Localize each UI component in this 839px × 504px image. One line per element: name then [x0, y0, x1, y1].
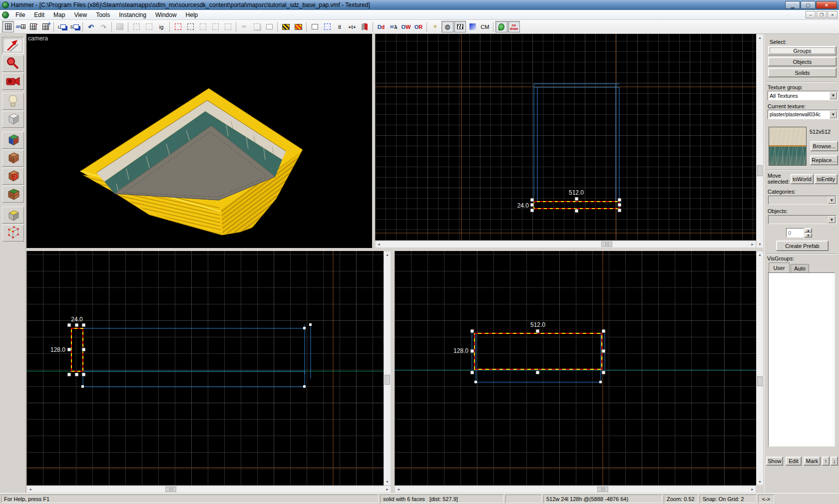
viewport-3d-camera[interactable]: camera [26, 34, 372, 248]
ignore-groups-icon[interactable]: ig [155, 21, 167, 32]
mdi-restore-button[interactable]: ❐ [817, 11, 827, 18]
vertex-tool-button[interactable] [2, 225, 24, 242]
undo-icon[interactable]: ↶ [85, 21, 97, 32]
visgroup-mark-button[interactable]: Mark [804, 457, 821, 466]
texture-group-dropdown[interactable]: All Textures▼ [768, 91, 838, 100]
toggle-ray-helpers-icon[interactable]: OR [413, 21, 424, 32]
selection-tool-button[interactable] [2, 37, 24, 54]
clipping-tool-button[interactable] [2, 207, 24, 224]
select-box-icon[interactable] [321, 21, 333, 32]
menu-edit[interactable]: Edit [29, 10, 49, 19]
side-view-hscrollbar[interactable]: ◂▸ [395, 486, 756, 493]
toggle-world-helpers-icon[interactable]: OW [400, 21, 412, 32]
load-window-state-icon[interactable]: L [56, 21, 68, 32]
create-prefab-button[interactable]: Create Prefab [776, 241, 829, 251]
menu-instancing[interactable]: Instancing [114, 10, 151, 19]
select-mode-1-icon[interactable] [197, 21, 209, 32]
browse-button[interactable]: Browse... [811, 141, 838, 151]
minimize-button[interactable]: ▁ [785, 1, 800, 9]
maximize-button[interactable]: ▢ [801, 1, 816, 9]
menu-window[interactable]: Window [151, 10, 181, 19]
selected-brush-top[interactable] [534, 202, 619, 209]
menu-file[interactable]: File [11, 10, 29, 19]
visgroup-move-up-button[interactable]: ↑ [822, 457, 830, 466]
camera-tool-button[interactable] [2, 73, 24, 90]
menu-help[interactable]: Help [181, 10, 203, 19]
dropdown-arrow-icon[interactable]: ▼ [830, 92, 837, 99]
texture-application-tool-button[interactable] [2, 132, 24, 149]
texture-lock-icon[interactable] [309, 21, 321, 32]
spinner-down-button[interactable]: ▼ [805, 233, 812, 238]
select-solids-button[interactable]: Solids [768, 68, 837, 77]
group-icon[interactable] [130, 21, 142, 32]
smaller-grid-icon[interactable]: - [27, 21, 39, 32]
copy-icon[interactable] [251, 21, 263, 32]
spinner-up-button[interactable]: ▲ [805, 228, 812, 233]
visgroups-tab-auto[interactable]: Auto [791, 264, 809, 272]
hide-selected-icon[interactable] [280, 21, 292, 32]
mdi-minimize-button[interactable]: – [806, 11, 816, 18]
menu-view[interactable]: View [69, 10, 91, 19]
texture-shift-icon[interactable]: +t+ [346, 21, 358, 32]
dropdown-arrow-icon[interactable]: ▼ [828, 197, 836, 204]
texture-lock-tl-icon[interactable]: tl [334, 21, 346, 32]
select-objects-button[interactable]: Objects [768, 57, 837, 66]
dropdown-arrow-icon[interactable]: ▼ [830, 111, 837, 118]
toggle-grid-icon[interactable] [2, 21, 14, 32]
block-tool-button[interactable] [2, 111, 24, 128]
apply-decals-tool-button[interactable] [2, 168, 24, 185]
hide-unselected-icon[interactable] [292, 21, 304, 32]
select-mode-3-icon[interactable] [222, 21, 234, 32]
dropdown-arrow-icon[interactable]: ▼ [828, 216, 836, 223]
mdi-close-button[interactable]: × [828, 11, 838, 18]
current-texture-dropdown[interactable]: plaster/plasterwall034c▼ [768, 110, 838, 119]
visgroups-tab-user[interactable]: User [769, 262, 790, 272]
toggle-models-icon[interactable]: 3Dλ [388, 21, 400, 32]
carve-icon[interactable] [114, 21, 126, 32]
replace-button[interactable]: Replace... [810, 155, 838, 165]
sprites-leaf-icon[interactable] [495, 21, 507, 32]
close-button[interactable]: × [816, 1, 837, 9]
redo-icon[interactable]: ↷ [97, 21, 109, 32]
menu-tools[interactable]: Tools [91, 10, 114, 19]
visgroup-edit-button[interactable]: Edit [786, 457, 802, 466]
gradient-icon[interactable] [466, 21, 478, 32]
selected-brush-front[interactable] [71, 328, 83, 371]
entity-tool-button[interactable] [2, 93, 24, 110]
front-view-hscrollbar[interactable]: ◂▸ [26, 486, 391, 493]
prefab-count-field[interactable]: 0 [786, 228, 804, 238]
larger-grid-icon[interactable]: + [39, 21, 51, 32]
top-view-vscrollbar[interactable]: ▴▾ [756, 34, 764, 248]
menu-map[interactable]: Map [49, 10, 69, 19]
visgroup-show-button[interactable]: Show [766, 457, 783, 466]
front-view-vscrollbar[interactable]: ▴▾ [384, 251, 391, 486]
cut-icon[interactable]: ✂ [238, 21, 250, 32]
apply-current-texture-button[interactable] [2, 150, 24, 167]
save-window-state-icon[interactable]: S [68, 21, 80, 32]
cordon-cm-icon[interactable]: CM [479, 21, 491, 32]
to-entity-button[interactable]: toEntity [815, 174, 838, 184]
displacement-mask-icon[interactable]: ✳ [429, 21, 441, 32]
magnify-tool-button[interactable] [2, 55, 24, 72]
toggle-3d-grid-icon[interactable]: 3D [14, 21, 26, 32]
categories-dropdown[interactable]: ▼ [768, 196, 837, 205]
selection-handles-side[interactable] [470, 329, 605, 374]
visgroup-move-down-button[interactable]: ↓ [831, 457, 838, 466]
objects-dropdown[interactable]: ▼ [768, 215, 837, 224]
viewport-2d-front[interactable]: 24.0 128.0 [26, 251, 384, 486]
top-view-hscrollbar[interactable]: ◂▸ [375, 241, 756, 248]
viewport-2d-side[interactable]: 512.0 128.0 [395, 251, 756, 486]
paste-icon[interactable] [263, 21, 275, 32]
toggle-select-by-handles-icon[interactable] [172, 21, 184, 32]
visgroups-list[interactable] [768, 272, 835, 447]
selection-handles-top[interactable] [530, 197, 621, 213]
viewport-2d-top[interactable]: 512.0 24.0 [375, 34, 756, 241]
toggle-auto-selection-icon[interactable] [184, 21, 196, 32]
flip-normals-icon[interactable] [359, 21, 371, 32]
model-fade-preview-icon[interactable]: ◍ [441, 21, 453, 32]
to-world-button[interactable]: toWorld [791, 174, 814, 184]
nodraw-preview-icon[interactable]: nodraw [508, 21, 520, 32]
overlay-tool-button[interactable] [2, 186, 24, 203]
ungroup-icon[interactable] [143, 21, 155, 32]
displacement-walkable-icon[interactable] [454, 21, 466, 32]
